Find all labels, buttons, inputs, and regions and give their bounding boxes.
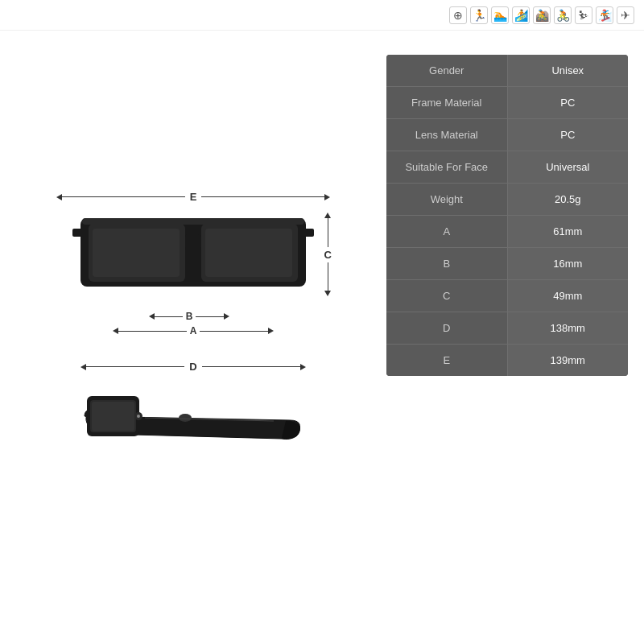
arrow-up-c	[324, 213, 331, 218]
spec-label: D	[386, 312, 508, 344]
arrow-right-a	[268, 328, 274, 334]
spec-label: Frame Material	[386, 87, 508, 118]
activity-icon-4: 🏄	[512, 6, 530, 24]
e-dimension-arrow: E	[56, 191, 330, 203]
spec-value: 49mm	[508, 280, 629, 312]
spec-value: PC	[508, 87, 629, 118]
activity-icon-8: 🏂	[596, 6, 613, 24]
icon-bar: ⊕ 🏃 🏊 🏄 🚵 🚴 ⛷ 🏂 ✈	[0, 0, 644, 31]
a-line	[118, 331, 187, 332]
svg-rect-8	[82, 218, 304, 225]
d-label: D	[189, 361, 196, 373]
spec-row: E139mm	[386, 345, 628, 376]
spec-label: E	[386, 345, 508, 376]
spec-value: PC	[508, 119, 629, 151]
svg-point-13	[137, 415, 140, 418]
spec-row: A61mm	[386, 216, 628, 248]
spec-value: Unisex	[508, 55, 629, 86]
side-glasses-diagram: D	[56, 361, 330, 484]
glasses-front-svg	[72, 206, 314, 303]
front-glasses-diagram: E	[56, 191, 330, 336]
arrow-left-e	[56, 194, 62, 200]
b-line2	[196, 316, 224, 317]
spec-label: B	[386, 248, 508, 279]
svg-rect-6	[93, 229, 180, 277]
main-content: E	[0, 31, 644, 644]
svg-point-14	[179, 414, 192, 422]
spec-value: 138mm	[508, 312, 629, 344]
b-label: B	[186, 311, 193, 322]
spec-row: D138mm	[386, 312, 628, 345]
spec-label: A	[386, 216, 508, 247]
glasses-side-svg	[80, 376, 306, 481]
activity-icon-9: ✈	[617, 6, 634, 24]
spec-row: B16mm	[386, 248, 628, 280]
svg-rect-7	[205, 229, 292, 277]
a-label: A	[190, 325, 197, 336]
spec-value: 16mm	[508, 248, 629, 279]
spec-row: Lens MaterialPC	[386, 119, 628, 151]
specs-table: GenderUnisexFrame MaterialPCLens Materia…	[386, 55, 628, 376]
a-dimension-arrow: A	[113, 325, 274, 336]
arrow-left-b	[149, 313, 155, 320]
arrow-down-c	[324, 291, 331, 296]
spec-value: 20.5g	[508, 184, 629, 215]
diagram-section: E	[16, 47, 370, 628]
activity-icon-3: 🏊	[491, 6, 509, 24]
spec-value: 61mm	[508, 216, 629, 247]
c-dimension-arrow: C	[324, 213, 332, 296]
svg-rect-11	[92, 402, 134, 431]
spec-label: C	[386, 280, 508, 312]
svg-rect-3	[185, 234, 201, 250]
spec-row: Weight20.5g	[386, 184, 628, 216]
svg-rect-4	[72, 229, 82, 237]
spec-row: Suitable For FaceUniversal	[386, 151, 628, 184]
arrow-right-d	[300, 364, 306, 370]
spec-row: C49mm	[386, 280, 628, 312]
e-line2	[201, 196, 324, 197]
spec-label: Weight	[386, 184, 508, 215]
arrow-left-d	[80, 364, 86, 370]
arrow-right-b	[224, 313, 229, 320]
svg-rect-5	[304, 229, 314, 237]
activity-icon-5: 🚵	[533, 6, 551, 24]
glasses-side-container	[80, 376, 306, 484]
c-vert-line	[328, 218, 328, 247]
ba-arrows-container: B A	[72, 311, 314, 336]
d-line	[86, 366, 184, 367]
d-dimension-arrow: D	[80, 361, 306, 373]
spec-row: GenderUnisex	[386, 55, 628, 87]
spec-row: Frame MaterialPC	[386, 87, 628, 119]
c-label: C	[324, 249, 332, 261]
spec-label: Gender	[386, 55, 508, 86]
e-label: E	[190, 191, 197, 203]
spec-label: Suitable For Face	[386, 151, 508, 183]
b-line	[155, 316, 183, 317]
c-vert-line2	[328, 262, 328, 291]
activity-icon-2: 🏃	[470, 6, 488, 24]
activity-icon-1: ⊕	[449, 6, 467, 24]
spec-label: Lens Material	[386, 119, 508, 151]
glasses-front-container: C	[72, 206, 314, 306]
e-line	[62, 196, 185, 197]
activity-icon-7: ⛷	[575, 6, 592, 24]
activity-icon-6: 🚴	[554, 6, 572, 24]
a-line2	[200, 331, 268, 332]
arrow-left-a	[113, 328, 118, 334]
d-line2	[202, 366, 300, 367]
b-dimension-arrow: B	[149, 311, 229, 322]
spec-value: Universal	[508, 151, 629, 183]
arrow-right-e	[324, 194, 330, 200]
spec-value: 139mm	[508, 345, 629, 376]
